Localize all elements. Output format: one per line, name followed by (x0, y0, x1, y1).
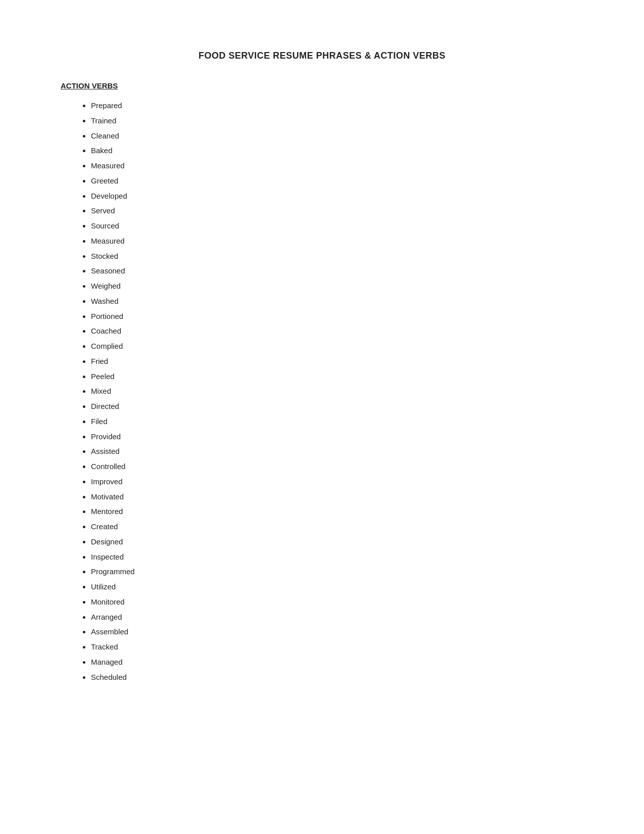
verb-item: Managed (91, 655, 583, 670)
page-title: FOOD SERVICE RESUME PHRASES & ACTION VER… (61, 51, 583, 61)
verb-item: Seasoned (91, 263, 583, 279)
verb-item: Prepared (91, 98, 583, 113)
verb-item: Arranged (91, 610, 583, 625)
verb-item: Peeled (91, 369, 583, 384)
verb-item: Designed (91, 534, 583, 549)
verb-item: Trained (91, 113, 583, 128)
section-heading: ACTION VERBS (61, 81, 583, 90)
verb-item: Portioned (91, 309, 583, 324)
verb-item: Scheduled (91, 670, 583, 685)
verb-item: Washed (91, 294, 583, 309)
verb-item: Stocked (91, 249, 583, 264)
verb-item: Complied (91, 339, 583, 354)
verb-item: Filed (91, 414, 583, 429)
verb-item: Mentored (91, 504, 583, 519)
verb-item: Created (91, 519, 583, 534)
verb-item: Programmed (91, 564, 583, 579)
verb-item: Coached (91, 323, 583, 339)
verb-item: Greeted (91, 173, 583, 189)
verb-item: Inspected (91, 549, 583, 565)
verb-item: Tracked (91, 639, 583, 655)
verb-item: Cleaned (91, 128, 583, 144)
verb-item: Sourced (91, 218, 583, 234)
verb-item: Assisted (91, 444, 583, 459)
verb-item: Served (91, 203, 583, 218)
verb-item: Assembled (91, 624, 583, 639)
verb-item: Monitored (91, 594, 583, 610)
verb-item: Fried (91, 354, 583, 369)
verb-item: Motivated (91, 489, 583, 504)
verb-item: Measured (91, 158, 583, 173)
verb-item: Mixed (91, 384, 583, 399)
verb-item: Directed (91, 399, 583, 414)
verb-item: Baked (91, 143, 583, 158)
verb-item: Improved (91, 474, 583, 489)
verb-item: Weighed (91, 279, 583, 294)
verb-item: Developed (91, 189, 583, 204)
verb-item: Utilized (91, 579, 583, 594)
verb-item: Provided (91, 429, 583, 444)
verb-list: PreparedTrainedCleanedBakedMeasuredGreet… (61, 98, 583, 684)
verb-item: Controlled (91, 459, 583, 474)
verb-item: Measured (91, 234, 583, 249)
